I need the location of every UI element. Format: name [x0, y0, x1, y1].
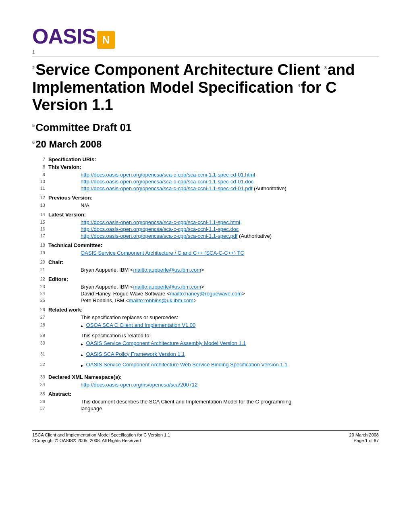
related1-link[interactable]: OSOA SCA C Client and Implementation V1.…	[86, 322, 196, 328]
related1-row: 28 • OSOA SCA C Client and Implementatio…	[32, 322, 379, 331]
line-num-3: 3	[324, 65, 327, 70]
editor2-content: David Haney, Rogue Wave Software <mailto…	[48, 291, 379, 297]
main-title: 2Service Component Architecture Client 3…	[32, 61, 355, 113]
editors-label: Editors:	[48, 276, 68, 282]
this-v1-row: 9 http://docs.oasis-open.org/opencsa/sca…	[32, 172, 379, 178]
declared-xml-row: 33 Declared XML Namespace(s):	[32, 374, 379, 380]
line-num-6: 6	[32, 140, 35, 145]
related3-row: 31 • OASIS SCA Policy Framework Version …	[32, 351, 379, 360]
row-num-19: 19	[32, 250, 48, 256]
latest-version-content: Latest Version:	[48, 212, 379, 218]
abstract-text2: language.	[81, 405, 104, 411]
date-text: 20 March 2008	[35, 139, 102, 150]
row-num-34: 34	[32, 382, 48, 388]
related-work-row: 26 Related work:	[32, 307, 379, 313]
declared-xml-content: Declared XML Namespace(s):	[48, 374, 379, 380]
related2-link[interactable]: OASIS Service Component Architecture Ass…	[86, 340, 246, 346]
tc-link[interactable]: OASIS Service Component Architecture / C…	[81, 250, 244, 256]
related3-content: • OASIS SCA Policy Framework Version 1.1	[48, 351, 379, 360]
row-num-7: 7	[32, 156, 48, 162]
abstract-text1: This document describes the SCA Client a…	[81, 399, 291, 405]
oasis-logo-text: OASIS	[32, 25, 95, 48]
line-num-2: 2	[32, 65, 35, 70]
abstract-row: 35 Abstract:	[32, 391, 379, 397]
footer-content: 1SCA Client and Implementation Model Spe…	[32, 432, 379, 443]
chair-value-content: Bryan Aupperle, IBM <mailto:aupperle@us.…	[48, 267, 379, 273]
this-v3-link[interactable]: http://docs.oasis-open.org/opencsa/sca-c…	[81, 185, 252, 191]
row-num-18: 18	[32, 242, 48, 248]
related3-link[interactable]: OASIS SCA Policy Framework Version 1.1	[86, 351, 185, 357]
row-num-24: 24	[32, 291, 48, 297]
latest-v1-row: 15 http://docs.oasis-open.org/opencsa/sc…	[32, 219, 379, 225]
tc-row: 18 Technical Committee:	[32, 242, 379, 248]
row-num-26: 26	[32, 307, 48, 313]
editor3-mailto[interactable]: mailto:robbins@uk.ibm.com	[129, 297, 194, 303]
latest-v1-link[interactable]: http://docs.oasis-open.org/opencsa/sca-c…	[81, 219, 240, 225]
related4-content: • OASIS Service Component Architecture W…	[48, 362, 379, 370]
editor2-name: David Haney, Rogue Wave Software <	[81, 291, 170, 297]
oasis-logo-icon: N	[97, 31, 115, 49]
this-v3-content: http://docs.oasis-open.org/opencsa/sca-c…	[48, 185, 379, 191]
spec-uris-row: 7 Specification URIs:	[32, 156, 379, 162]
editor3-content: Pete Robbins, IBM <mailto:robbins@uk.ibm…	[48, 297, 379, 303]
abstract-text1-content: This document describes the SCA Client a…	[48, 399, 379, 405]
editor3-name: Pete Robbins, IBM <	[81, 297, 129, 303]
this-v1-link[interactable]: http://docs.oasis-open.org/opencsa/sca-c…	[81, 172, 255, 178]
line-num-1: 1	[32, 50, 35, 54]
related-to-text-row: 29 This specification is related to:	[32, 332, 379, 339]
chair-mailto[interactable]: mailto:aupperle@us.ibm.com	[133, 267, 201, 273]
related-work-content: Related work:	[48, 307, 379, 313]
committee-draft-block: 5Committee Draft 01	[32, 121, 379, 134]
authoritative-1: (Authoritative)	[254, 185, 286, 191]
chair-content: Chair:	[48, 259, 379, 265]
footer-left-1: 1SCA Client and Implementation Model Spe…	[32, 432, 170, 437]
declared-ns-link[interactable]: http://docs.oasis-open.org/ns/opencsa/sc…	[81, 382, 198, 388]
prev-version-content: Previous Version:	[48, 195, 379, 201]
editor2-row: 24 David Haney, Rogue Wave Software <mai…	[32, 291, 379, 297]
latest-v3-row: 17 http://docs.oasis-open.org/opencsa/sc…	[32, 233, 379, 239]
prev-na-text: N/A	[81, 202, 89, 208]
footer-left-2: 2Copyright © OASIS® 2005, 2008. All Righ…	[32, 438, 170, 443]
row-num-9: 9	[32, 172, 48, 178]
related1-content: • OSOA SCA C Client and Implementation V…	[48, 322, 379, 331]
tc-value-content: OASIS Service Component Architecture / C…	[48, 250, 379, 256]
editor1-row: 23 Bryan Aupperle, IBM <mailto:aupperle@…	[32, 284, 379, 290]
row-num-37: 37	[32, 405, 48, 411]
latest-v2-link[interactable]: http://docs.oasis-open.org/opencsa/sca-c…	[81, 226, 239, 232]
prev-version-label: Previous Version:	[48, 195, 93, 201]
related-work-label: Related work:	[48, 307, 83, 313]
related-to-text-content: This specification is related to:	[48, 332, 379, 339]
row-num-21: 21	[32, 267, 48, 273]
editor1-mailto[interactable]: mailto:aupperle@us.ibm.com	[133, 284, 201, 290]
replaces-text-content: This specification replaces or supercede…	[48, 314, 379, 320]
row-num-13: 13	[32, 202, 48, 208]
this-v1-content: http://docs.oasis-open.org/opencsa/sca-c…	[48, 172, 379, 178]
row-num-16: 16	[32, 226, 48, 232]
related4-link[interactable]: OASIS Service Component Architecture Web…	[86, 362, 288, 368]
editor2-mailto[interactable]: mailto:haney@roguewave.com	[170, 291, 242, 297]
main-title-block: 2Service Component Architecture Client 3…	[32, 61, 379, 114]
tc-value-row: 19 OASIS Service Component Architecture …	[32, 250, 379, 256]
prev-version-row: 12 Previous Version:	[32, 195, 379, 201]
header-divider	[32, 56, 379, 56]
tc-label: Technical Committee:	[48, 242, 102, 248]
this-version-content: This Version:	[48, 164, 379, 170]
abstract-text2-content: language.	[48, 405, 379, 411]
latest-version-row: 14 Latest Version:	[32, 212, 379, 218]
row-num-30: 30	[32, 340, 48, 349]
latest-v3-link[interactable]: http://docs.oasis-open.org/opencsa/sca-c…	[81, 233, 237, 239]
latest-v1-content: http://docs.oasis-open.org/opencsa/sca-c…	[48, 219, 379, 225]
this-v2-link[interactable]: http://docs.oasis-open.org/opencsa/sca-c…	[81, 179, 253, 185]
editor1-name: Bryan Aupperle, IBM <	[81, 284, 133, 290]
bullet-2: •	[81, 340, 83, 349]
replaces-text: This specification replaces or supercede…	[81, 314, 178, 320]
line-num-5: 5	[32, 123, 35, 128]
abstract-content: Abstract:	[48, 391, 379, 397]
this-version-label: This Version:	[48, 164, 81, 170]
row-num-12: 12	[32, 195, 48, 201]
chair-value-row: 21 Bryan Aupperle, IBM <mailto:aupperle@…	[32, 267, 379, 273]
abstract-text1-row: 36 This document describes the SCA Clien…	[32, 399, 379, 405]
page-footer: 1SCA Client and Implementation Model Spe…	[32, 430, 379, 443]
date-block: 620 March 2008	[32, 139, 379, 150]
footer-right-1: 20 March 2008	[349, 432, 379, 437]
